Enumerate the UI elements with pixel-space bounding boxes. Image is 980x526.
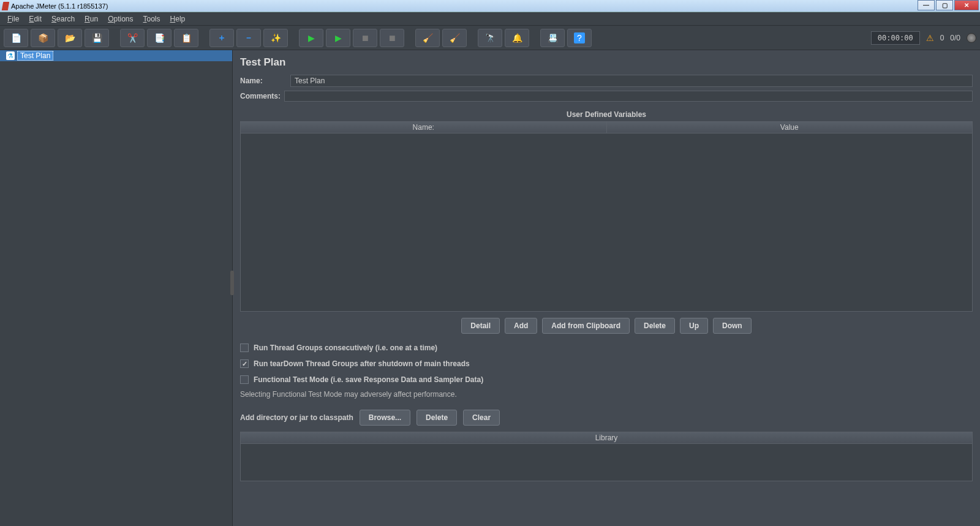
- functional-label: Functional Test Mode (i.e. save Response…: [254, 375, 483, 384]
- menu-help[interactable]: Help: [165, 13, 190, 24]
- minus-icon: －: [244, 32, 253, 43]
- clear-button[interactable]: 🧹: [415, 29, 440, 47]
- new-button[interactable]: 📄: [4, 29, 28, 47]
- consecutive-checkbox[interactable]: [240, 344, 249, 352]
- jmeter-icon: [2, 2, 9, 10]
- broom-icon: 🧹: [423, 33, 433, 43]
- stop-button[interactable]: ⏹: [353, 29, 377, 47]
- search-tool-button[interactable]: 🔭: [478, 29, 502, 47]
- toolbar-status: 00:00:00 ⚠ 0 0/0: [871, 31, 976, 45]
- udv-col-name[interactable]: Name:: [241, 122, 607, 133]
- file-icon: 📄: [11, 33, 21, 43]
- bell-icon: 🔔: [512, 33, 522, 43]
- name-field[interactable]: [290, 75, 973, 87]
- menu-tools[interactable]: Tools: [138, 13, 165, 24]
- menu-edit[interactable]: Edit: [24, 13, 47, 24]
- template-icon: 📦: [38, 33, 48, 43]
- copy-icon: 📑: [154, 33, 165, 43]
- library-body[interactable]: [241, 444, 972, 481]
- up-button[interactable]: Up: [680, 318, 708, 334]
- window-titlebar: Apache JMeter (5.1.1 r1855137) — ▢ ✕: [0, 0, 980, 12]
- classpath-label: Add directory or jar to classpath: [240, 413, 353, 422]
- templates-button[interactable]: 📦: [31, 29, 55, 47]
- reset-search-button[interactable]: 🔔: [505, 29, 529, 47]
- play-dot-icon: ▶: [335, 33, 342, 43]
- library-table: Library: [240, 432, 973, 481]
- menu-file[interactable]: File: [2, 13, 24, 24]
- shutdown-button[interactable]: ⏹: [380, 29, 404, 47]
- wand-icon: ✨: [271, 33, 281, 43]
- broom-all-icon: 🧹: [450, 33, 460, 43]
- menu-run[interactable]: Run: [80, 13, 103, 24]
- clipboard-icon: 📋: [181, 33, 192, 43]
- udv-table: Name: Value: [240, 121, 973, 312]
- folder-open-icon: 📂: [65, 33, 75, 43]
- stop-icon: ⏹: [361, 33, 369, 43]
- question-icon: ?: [574, 32, 585, 43]
- list-icon: 📇: [548, 33, 558, 43]
- status-indicator-icon: [967, 33, 976, 43]
- content-panel: Test Plan Name: Comments: User Defined V…: [233, 50, 980, 526]
- window-title: Apache JMeter (5.1.1 r1855137): [11, 2, 108, 10]
- cp-clear-button[interactable]: Clear: [463, 410, 500, 426]
- start-button[interactable]: ▶: [299, 29, 323, 47]
- tree-panel: ⚗ Test Plan: [0, 50, 233, 526]
- plus-icon: ＋: [217, 32, 226, 43]
- comments-field[interactable]: [284, 91, 973, 102]
- save-icon: 💾: [92, 33, 102, 43]
- add-button[interactable]: Add: [505, 318, 537, 334]
- menu-search[interactable]: Search: [47, 13, 80, 24]
- collapse-button[interactable]: －: [236, 29, 261, 47]
- cut-button[interactable]: ✂️: [120, 29, 145, 47]
- udv-col-value[interactable]: Value: [607, 122, 973, 133]
- save-button[interactable]: 💾: [85, 29, 109, 47]
- binoculars-icon: 🔭: [485, 33, 496, 43]
- minimize-button[interactable]: —: [918, 0, 935, 10]
- expand-button[interactable]: ＋: [209, 29, 234, 47]
- function-helper-button[interactable]: 📇: [540, 29, 565, 47]
- cp-delete-button[interactable]: Delete: [417, 410, 457, 426]
- browse-button[interactable]: Browse...: [360, 410, 410, 426]
- tree-node-label: Test Plan: [17, 51, 53, 61]
- detail-button[interactable]: Detail: [461, 318, 500, 334]
- paste-button[interactable]: 📋: [174, 29, 198, 47]
- help-button[interactable]: ?: [567, 29, 592, 47]
- teardown-checkbox[interactable]: [240, 359, 249, 368]
- menu-options[interactable]: Options: [103, 13, 138, 24]
- menubar: File Edit Search Run Options Tools Help: [0, 12, 980, 26]
- play-icon: ▶: [308, 33, 315, 43]
- udv-table-body[interactable]: [241, 133, 972, 311]
- tree-node-test-plan[interactable]: ⚗ Test Plan: [0, 50, 232, 61]
- thread-ratio: 0/0: [950, 34, 960, 42]
- functional-note: Selecting Functional Test Mode may adver…: [240, 390, 973, 399]
- consecutive-label: Run Thread Groups consecutively (i.e. on…: [254, 344, 437, 352]
- library-header[interactable]: Library: [241, 432, 972, 444]
- warn-count: 0: [940, 34, 944, 42]
- teardown-label: Run tearDown Thread Groups after shutdow…: [254, 359, 470, 368]
- copy-button[interactable]: 📑: [147, 29, 172, 47]
- close-button[interactable]: ✕: [954, 0, 979, 10]
- add-from-clipboard-button[interactable]: Add from Clipboard: [542, 318, 630, 334]
- testplan-icon: ⚗: [6, 51, 15, 60]
- comments-label: Comments:: [240, 92, 281, 100]
- toggle-button[interactable]: ✨: [263, 29, 288, 47]
- splitter-handle[interactable]: [230, 271, 234, 295]
- udv-section-title: User Defined Variables: [240, 110, 973, 119]
- timer-display: 00:00:00: [871, 31, 920, 45]
- toolbar: 📄 📦 📂 💾 ✂️ 📑 📋 ＋ － ✨ ▶ ▶ ⏹ ⏹ 🧹 🧹 🔭 🔔 📇 ?…: [0, 26, 980, 50]
- open-button[interactable]: 📂: [58, 29, 82, 47]
- start-no-pause-button[interactable]: ▶: [326, 29, 350, 47]
- page-title: Test Plan: [240, 56, 973, 69]
- scissors-icon: ✂️: [127, 33, 138, 43]
- maximize-button[interactable]: ▢: [936, 0, 953, 10]
- delete-button[interactable]: Delete: [635, 318, 675, 334]
- warning-icon: ⚠: [926, 33, 934, 43]
- clear-all-button[interactable]: 🧹: [442, 29, 467, 47]
- shutdown-icon: ⏹: [388, 33, 396, 43]
- down-button[interactable]: Down: [713, 318, 752, 334]
- functional-checkbox[interactable]: [240, 375, 249, 384]
- name-label: Name:: [240, 77, 290, 85]
